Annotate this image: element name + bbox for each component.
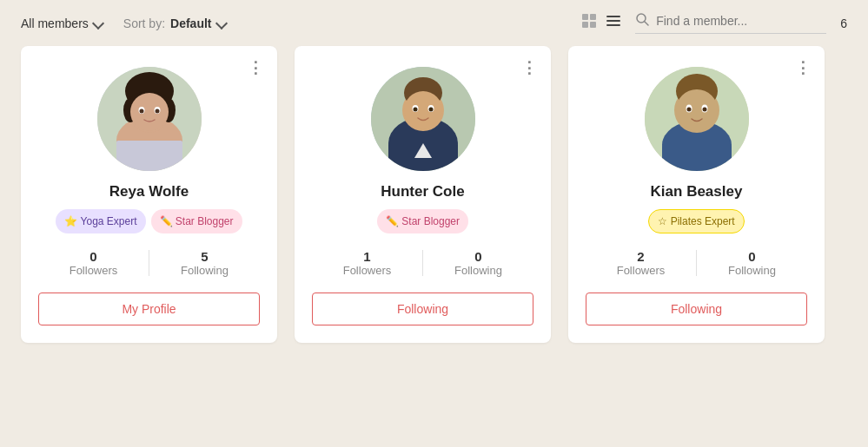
grid-view-icon[interactable]: [581, 13, 597, 33]
search-area: [635, 12, 826, 34]
following-stat: 5 Following: [149, 249, 260, 277]
svg-point-38: [676, 89, 718, 131]
svg-rect-0: [582, 14, 588, 20]
sortby-prefix: Sort by:: [123, 16, 165, 30]
svg-rect-22: [116, 141, 182, 171]
followers-count: 0: [89, 249, 96, 264]
toolbar: All members Sort by: Default: [0, 0, 868, 46]
svg-rect-43: [662, 145, 732, 171]
following-stat: 0 Following: [697, 249, 807, 277]
followers-count: 1: [363, 249, 370, 264]
list-view-icon[interactable]: [606, 13, 621, 33]
sort-dropdown[interactable]: Sort by: Default: [123, 16, 226, 30]
badges-container: ✏️ Star Blogger: [377, 209, 468, 233]
followers-stat: 0 Followers: [38, 249, 149, 277]
avatar: [371, 67, 475, 171]
following-count: 0: [748, 249, 755, 264]
member-badge: ✏️ Star Blogger: [377, 209, 468, 233]
svg-rect-1: [590, 14, 596, 20]
following-label: Following: [728, 264, 776, 277]
svg-point-21: [155, 109, 159, 114]
svg-point-17: [130, 93, 169, 131]
svg-line-8: [645, 22, 648, 25]
sortby-chevron-icon: [217, 16, 226, 30]
svg-rect-3: [590, 22, 596, 28]
svg-point-30: [413, 108, 417, 112]
filter-dropdown[interactable]: All members: [21, 16, 103, 30]
search-icon: [635, 12, 649, 30]
card-menu-icon[interactable]: ⋮: [795, 58, 812, 77]
svg-point-27: [404, 91, 442, 129]
member-badge: ⭐ Yoga Expert: [56, 209, 145, 233]
following-count: 5: [201, 249, 208, 264]
following-stat: 0 Following: [423, 249, 533, 277]
search-input[interactable]: [656, 14, 786, 28]
member-name: Hunter Cole: [381, 183, 464, 200]
svg-point-20: [139, 109, 143, 114]
followers-label: Followers: [70, 264, 118, 277]
svg-rect-6: [606, 24, 620, 26]
filter-label: All members: [21, 16, 89, 30]
svg-point-41: [686, 108, 691, 112]
member-badge: ☆ Pilates Expert: [648, 209, 744, 233]
followers-count: 2: [637, 249, 644, 264]
action-button[interactable]: Following: [586, 293, 807, 325]
member-card: ⋮ Hunter Cole ✏️ Star Blogger 1 Follower…: [295, 46, 551, 343]
stats-container: 1 Followers 0 Following: [312, 249, 533, 277]
avatar: [97, 67, 202, 171]
following-count: 0: [474, 249, 481, 264]
member-badge: ✏️ Star Blogger: [151, 209, 242, 233]
view-icons: [581, 13, 621, 33]
card-menu-icon[interactable]: ⋮: [521, 58, 539, 77]
member-name: Kian Beasley: [651, 183, 743, 200]
followers-stat: 1 Followers: [312, 249, 422, 277]
cards-container: ⋮ Reya Wolfe ⭐ Yoga Expert✏️ Star Blogge…: [0, 46, 868, 364]
stats-container: 0 Followers 5 Following: [38, 249, 260, 277]
svg-point-31: [428, 108, 433, 112]
member-card: ⋮ Kian Beasley ☆ Pilates Expert 2 Follow…: [568, 46, 825, 343]
stats-container: 2 Followers 0 Following: [586, 249, 807, 277]
filter-chevron-icon: [94, 16, 103, 30]
member-name: Reya Wolfe: [109, 183, 189, 200]
badges-container: ⭐ Yoga Expert✏️ Star Blogger: [56, 209, 242, 233]
following-label: Following: [454, 264, 502, 277]
following-label: Following: [181, 264, 229, 277]
action-button[interactable]: My Profile: [38, 293, 260, 325]
followers-stat: 2 Followers: [586, 249, 696, 277]
followers-label: Followers: [343, 264, 392, 277]
badges-container: ☆ Pilates Expert: [648, 209, 744, 233]
sortby-value: Default: [170, 16, 211, 30]
avatar: [645, 67, 749, 171]
followers-label: Followers: [617, 264, 666, 277]
member-count: 6: [840, 16, 847, 30]
svg-rect-5: [606, 20, 620, 22]
svg-rect-2: [582, 22, 588, 28]
member-card: ⋮ Reya Wolfe ⭐ Yoga Expert✏️ Star Blogge…: [21, 46, 277, 343]
svg-rect-4: [606, 16, 620, 17]
card-menu-icon[interactable]: ⋮: [248, 58, 265, 77]
action-button[interactable]: Following: [312, 293, 533, 325]
svg-point-42: [702, 108, 706, 112]
